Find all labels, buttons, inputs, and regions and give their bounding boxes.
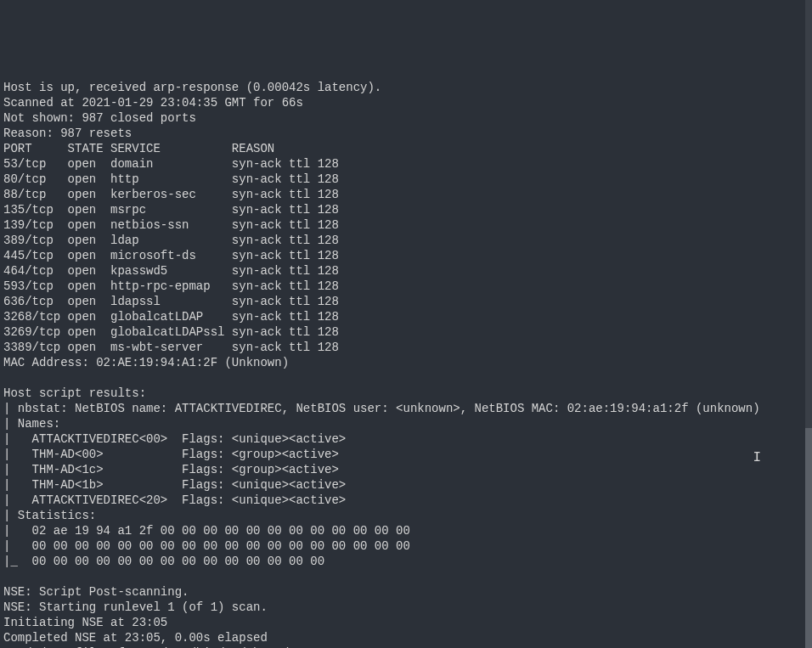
mac-address-line: MAC Address: 02:AE:19:94:A1:2F (Unknown) xyxy=(3,356,289,369)
names-header: | Names: xyxy=(3,417,60,431)
nse-post-line: NSE: Script Post-scanning. xyxy=(3,585,189,599)
port-line: 139/tcp open netbios-ssn syn-ack ttl 128 xyxy=(3,218,339,232)
names-line: | THM-AD<1c> Flags: <group><active> xyxy=(3,463,339,476)
port-line: 636/tcp open ldapssl syn-ack ttl 128 xyxy=(3,295,339,308)
host-script-title: Host script results: xyxy=(3,386,146,400)
port-line: 3269/tcp open globalcatLDAPssl syn-ack t… xyxy=(3,325,339,339)
port-line: 3268/tcp open globalcatLDAP syn-ack ttl … xyxy=(3,310,339,324)
port-line: 135/tcp open msrpc syn-ack ttl 128 xyxy=(3,203,339,217)
nse-init-line: Initiating NSE at 23:05 xyxy=(3,616,167,629)
port-line: 593/tcp open http-rpc-epmap syn-ack ttl … xyxy=(3,279,339,293)
scanned-at-line: Scanned at 2021-01-29 23:04:35 GMT for 6… xyxy=(3,96,303,110)
port-line: 88/tcp open kerberos-sec syn-ack ttl 128 xyxy=(3,188,339,201)
host-up-line: Host is up, received arp-response (0.000… xyxy=(3,81,381,94)
stats-line: | 02 ae 19 94 a1 2f 00 00 00 00 00 00 00… xyxy=(3,524,410,538)
names-line: | THM-AD<1b> Flags: <unique><active> xyxy=(3,478,346,492)
terminal-output[interactable]: Host is up, received arp-response (0.000… xyxy=(3,65,809,648)
port-line: 464/tcp open kpasswd5 syn-ack ttl 128 xyxy=(3,264,339,278)
port-line: 389/tcp open ldap syn-ack ttl 128 xyxy=(3,234,339,247)
names-line: | THM-AD<00> Flags: <group><active> xyxy=(3,448,339,461)
port-line: 80/tcp open http syn-ack ttl 128 xyxy=(3,172,339,186)
nse-start-line: NSE: Starting runlevel 1 (of 1) scan. xyxy=(3,600,268,614)
port-line: 445/tcp open microsoft-ds syn-ack ttl 12… xyxy=(3,249,339,262)
stats-line: |_ 00 00 00 00 00 00 00 00 00 00 00 00 0… xyxy=(3,555,324,568)
nbstat-line: | nbstat: NetBIOS name: ATTACKTIVEDIREC,… xyxy=(3,402,760,415)
not-shown-line: Not shown: 987 closed ports xyxy=(3,111,196,125)
reason-line: Reason: 987 resets xyxy=(3,127,132,140)
port-header-line: PORT STATE SERVICE REASON xyxy=(3,142,274,155)
stats-line: | 00 00 00 00 00 00 00 00 00 00 00 00 00… xyxy=(3,539,410,553)
scrollbar-track[interactable] xyxy=(805,0,812,648)
names-line: | ATTACKTIVEDIREC<20> Flags: <unique><ac… xyxy=(3,493,346,507)
scrollbar-thumb[interactable] xyxy=(805,428,812,648)
nse-complete-line: Completed NSE at 23:05, 0.00s elapsed xyxy=(3,631,268,645)
names-line: | ATTACKTIVEDIREC<00> Flags: <unique><ac… xyxy=(3,432,346,446)
port-line: 3389/tcp open ms-wbt-server syn-ack ttl … xyxy=(3,341,339,354)
stats-header: | Statistics: xyxy=(3,509,96,522)
text-cursor-icon: I xyxy=(753,450,761,465)
port-line: 53/tcp open domain syn-ack ttl 128 xyxy=(3,157,339,171)
